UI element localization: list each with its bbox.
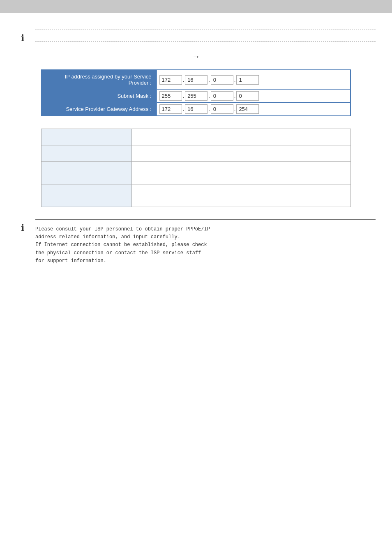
right-cell-4 [132,184,351,207]
solid-line-bottom [35,271,376,271]
dot-5: . [208,93,210,99]
right-cell-1 [132,129,351,145]
ip-oct3-1[interactable] [211,75,233,85]
info-text-1 [35,33,376,38]
main-content: ℹ → IP address assigned by your Service … [0,21,392,296]
table-row [42,184,351,207]
left-cell-2 [42,145,132,162]
dot-1: . [183,77,184,83]
ip-oct3-3[interactable] [211,104,233,114]
right-cell-3 [132,162,351,184]
solid-line-top [35,219,376,220]
ip-oct2-3[interactable] [185,104,208,114]
table-row [42,129,351,145]
dot-7: . [183,106,184,112]
second-table [41,129,351,207]
dot-6: . [234,93,236,99]
arrow-row: → [16,52,376,61]
ip-address-table: IP address assigned by your Service Prov… [41,69,351,116]
bottom-info-text-block: Please consult your ISP personnel to obt… [35,219,376,271]
ip-table-wrapper: IP address assigned by your Service Prov… [41,69,351,116]
ip-inputs-2: . . . [157,90,350,103]
info-line-1: Please consult your ISP personnel to obt… [35,226,210,232]
ip-row-3: Service Provider Gateway Address : . . . [42,103,350,116]
ip-oct4-2[interactable] [236,91,259,101]
info-line-5: for support information. [35,258,106,264]
dot-3: . [234,77,236,83]
left-cell-1 [42,129,132,145]
arrow-icon: → [192,52,200,61]
info-icon-1: ℹ [16,33,29,44]
info-icon-2: ℹ [16,223,29,233]
ip-oct4-1[interactable] [236,75,259,85]
ip-row-2: Subnet Mask : . . . [42,90,350,103]
top-bar [0,0,392,13]
ip-oct2-1[interactable] [185,75,208,85]
dot-4: . [183,93,184,99]
ip-inputs-1: . . . [157,70,350,90]
ip-label-3: Service Provider Gateway Address : [42,103,157,116]
dot-2: . [208,77,210,83]
ip-oct2-2[interactable] [185,91,208,101]
dotted-line-top-1 [35,30,376,30]
info-section-1: ℹ [16,30,376,44]
right-cell-2 [132,145,351,162]
ip-oct1-3[interactable] [159,104,182,114]
ip-row-1: IP address assigned by your Service Prov… [42,70,350,90]
dot-9: . [234,106,236,112]
info-line-2: address related information, and input c… [35,234,180,240]
info-line-4: the physical connection or contact the I… [35,250,201,256]
ip-label-1: IP address assigned by your Service Prov… [42,70,157,90]
left-cell-3 [42,162,132,184]
ip-label-2: Subnet Mask : [42,90,157,103]
ip-oct1-1[interactable] [159,75,182,85]
info-line-3: If Internet connection cannot be establi… [35,242,207,248]
left-cell-4 [42,184,132,207]
table-row [42,162,351,184]
table-row [42,145,351,162]
ip-oct4-3[interactable] [236,104,259,114]
bottom-info-text: Please consult your ISP personnel to obt… [35,222,376,268]
dotted-line-bottom-1 [35,41,376,42]
info-text-block-1 [35,30,376,42]
ip-oct1-2[interactable] [159,91,182,101]
bottom-info-section: ℹ Please consult your ISP personnel to o… [16,219,376,271]
dot-8: . [208,106,210,112]
ip-oct3-2[interactable] [211,91,233,101]
second-table-wrapper [41,129,351,207]
ip-inputs-3: . . . [157,103,350,116]
